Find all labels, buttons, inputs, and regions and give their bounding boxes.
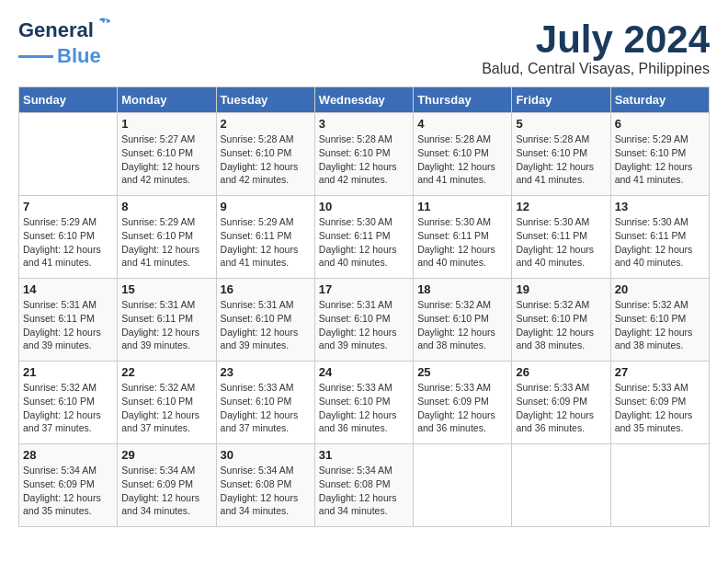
calendar-week-row: 14Sunrise: 5:31 AM Sunset: 6:11 PM Dayli… [19, 279, 710, 362]
day-number: 28 [23, 448, 113, 462]
day-info: Sunrise: 5:29 AM Sunset: 6:10 PM Dayligh… [23, 215, 113, 270]
calendar-cell: 6Sunrise: 5:29 AM Sunset: 6:10 PM Daylig… [610, 113, 709, 196]
calendar-cell [512, 444, 610, 527]
calendar-week-row: 7Sunrise: 5:29 AM Sunset: 6:10 PM Daylig… [19, 196, 710, 279]
day-info: Sunrise: 5:28 AM Sunset: 6:10 PM Dayligh… [319, 132, 409, 187]
day-number: 16 [221, 282, 311, 296]
day-number: 10 [319, 200, 409, 213]
calendar-cell: 13Sunrise: 5:30 AM Sunset: 6:11 PM Dayli… [610, 196, 709, 279]
calendar-cell: 3Sunrise: 5:28 AM Sunset: 6:10 PM Daylig… [314, 113, 413, 196]
weekday-header-monday: Monday [118, 87, 216, 113]
calendar-cell: 4Sunrise: 5:28 AM Sunset: 6:10 PM Daylig… [414, 113, 512, 196]
calendar-cell: 25Sunrise: 5:33 AM Sunset: 6:09 PM Dayli… [414, 362, 512, 444]
logo-line [18, 55, 53, 58]
weekday-header-saturday: Saturday [610, 87, 709, 113]
day-number: 24 [319, 365, 409, 379]
day-number: 8 [121, 200, 211, 213]
day-info: Sunrise: 5:29 AM Sunset: 6:11 PM Dayligh… [221, 215, 311, 270]
day-info: Sunrise: 5:28 AM Sunset: 6:10 PM Dayligh… [516, 132, 606, 187]
day-info: Sunrise: 5:34 AM Sunset: 6:09 PM Dayligh… [23, 464, 113, 518]
calendar-cell: 10Sunrise: 5:30 AM Sunset: 6:11 PM Dayli… [314, 196, 413, 279]
calendar-cell: 31Sunrise: 5:34 AM Sunset: 6:08 PM Dayli… [314, 444, 413, 527]
day-info: Sunrise: 5:28 AM Sunset: 6:10 PM Dayligh… [221, 132, 311, 187]
day-info: Sunrise: 5:32 AM Sunset: 6:10 PM Dayligh… [23, 381, 113, 435]
logo: General Blue [18, 18, 101, 68]
day-number: 19 [516, 282, 606, 296]
calendar-cell: 16Sunrise: 5:31 AM Sunset: 6:10 PM Dayli… [216, 279, 314, 362]
day-number: 21 [23, 365, 113, 379]
day-info: Sunrise: 5:27 AM Sunset: 6:10 PM Dayligh… [121, 132, 211, 187]
day-info: Sunrise: 5:32 AM Sunset: 6:10 PM Dayligh… [516, 298, 606, 352]
day-number: 20 [615, 282, 705, 296]
calendar-cell: 15Sunrise: 5:31 AM Sunset: 6:11 PM Dayli… [118, 279, 216, 362]
page-header: General Blue July 2024 Balud, Central Vi… [18, 18, 710, 77]
calendar-cell [414, 444, 512, 527]
day-info: Sunrise: 5:30 AM Sunset: 6:11 PM Dayligh… [417, 215, 507, 270]
day-info: Sunrise: 5:32 AM Sunset: 6:10 PM Dayligh… [417, 298, 507, 352]
calendar-cell: 17Sunrise: 5:31 AM Sunset: 6:10 PM Dayli… [314, 279, 413, 362]
day-info: Sunrise: 5:33 AM Sunset: 6:10 PM Dayligh… [319, 381, 409, 435]
day-number: 22 [121, 365, 211, 379]
calendar-week-row: 28Sunrise: 5:34 AM Sunset: 6:09 PM Dayli… [19, 444, 710, 527]
calendar-cell: 27Sunrise: 5:33 AM Sunset: 6:09 PM Dayli… [610, 362, 709, 444]
day-info: Sunrise: 5:30 AM Sunset: 6:11 PM Dayligh… [516, 215, 606, 270]
day-number: 26 [516, 365, 606, 379]
day-info: Sunrise: 5:33 AM Sunset: 6:09 PM Dayligh… [417, 381, 507, 435]
day-number: 9 [221, 200, 311, 213]
weekday-header-friday: Friday [512, 87, 610, 113]
location-title: Balud, Central Visayas, Philippines [482, 61, 710, 77]
logo-general: General [18, 18, 94, 41]
calendar-cell: 9Sunrise: 5:29 AM Sunset: 6:11 PM Daylig… [216, 196, 314, 279]
day-number: 6 [615, 117, 705, 131]
day-number: 25 [417, 365, 507, 379]
calendar-week-row: 1Sunrise: 5:27 AM Sunset: 6:10 PM Daylig… [19, 113, 710, 196]
day-info: Sunrise: 5:30 AM Sunset: 6:11 PM Dayligh… [319, 215, 409, 270]
day-number: 23 [221, 365, 311, 379]
day-info: Sunrise: 5:31 AM Sunset: 6:11 PM Dayligh… [23, 298, 113, 352]
day-info: Sunrise: 5:31 AM Sunset: 6:10 PM Dayligh… [319, 298, 409, 352]
day-number: 14 [23, 282, 113, 296]
day-number: 31 [319, 448, 409, 462]
calendar-cell: 14Sunrise: 5:31 AM Sunset: 6:11 PM Dayli… [19, 279, 118, 362]
day-info: Sunrise: 5:32 AM Sunset: 6:10 PM Dayligh… [615, 298, 705, 352]
calendar-cell: 24Sunrise: 5:33 AM Sunset: 6:10 PM Dayli… [314, 362, 413, 444]
logo-bird-icon [94, 15, 114, 35]
day-info: Sunrise: 5:34 AM Sunset: 6:08 PM Dayligh… [319, 464, 409, 518]
day-number: 15 [121, 282, 211, 296]
calendar-cell: 12Sunrise: 5:30 AM Sunset: 6:11 PM Dayli… [512, 196, 610, 279]
calendar-cell: 30Sunrise: 5:34 AM Sunset: 6:08 PM Dayli… [216, 444, 314, 527]
day-number: 29 [121, 448, 211, 462]
calendar-cell: 8Sunrise: 5:29 AM Sunset: 6:10 PM Daylig… [118, 196, 216, 279]
day-info: Sunrise: 5:33 AM Sunset: 6:10 PM Dayligh… [221, 381, 311, 435]
day-number: 11 [417, 200, 507, 213]
day-info: Sunrise: 5:31 AM Sunset: 6:10 PM Dayligh… [221, 298, 311, 352]
calendar-cell: 18Sunrise: 5:32 AM Sunset: 6:10 PM Dayli… [414, 279, 512, 362]
calendar-cell: 7Sunrise: 5:29 AM Sunset: 6:10 PM Daylig… [19, 196, 118, 279]
weekday-header-thursday: Thursday [414, 87, 512, 113]
calendar-cell: 19Sunrise: 5:32 AM Sunset: 6:10 PM Dayli… [512, 279, 610, 362]
calendar-cell: 28Sunrise: 5:34 AM Sunset: 6:09 PM Dayli… [19, 444, 118, 527]
calendar-cell [610, 444, 709, 527]
title-section: July 2024 Balud, Central Visayas, Philip… [482, 18, 710, 77]
calendar-header-row: SundayMondayTuesdayWednesdayThursdayFrid… [19, 87, 710, 113]
day-number: 18 [417, 282, 507, 296]
day-info: Sunrise: 5:31 AM Sunset: 6:11 PM Dayligh… [121, 298, 211, 352]
day-info: Sunrise: 5:28 AM Sunset: 6:10 PM Dayligh… [417, 132, 507, 187]
day-info: Sunrise: 5:30 AM Sunset: 6:11 PM Dayligh… [615, 215, 705, 270]
day-info: Sunrise: 5:32 AM Sunset: 6:10 PM Dayligh… [121, 381, 211, 435]
day-number: 12 [516, 200, 606, 213]
calendar-cell: 1Sunrise: 5:27 AM Sunset: 6:10 PM Daylig… [118, 113, 216, 196]
day-info: Sunrise: 5:33 AM Sunset: 6:09 PM Dayligh… [615, 381, 705, 435]
calendar-cell: 22Sunrise: 5:32 AM Sunset: 6:10 PM Dayli… [118, 362, 216, 444]
day-number: 4 [417, 117, 507, 131]
calendar-cell: 11Sunrise: 5:30 AM Sunset: 6:11 PM Dayli… [414, 196, 512, 279]
day-number: 27 [615, 365, 705, 379]
calendar-cell: 5Sunrise: 5:28 AM Sunset: 6:10 PM Daylig… [512, 113, 610, 196]
day-info: Sunrise: 5:29 AM Sunset: 6:10 PM Dayligh… [615, 132, 705, 187]
day-info: Sunrise: 5:33 AM Sunset: 6:09 PM Dayligh… [516, 381, 606, 435]
calendar-cell: 20Sunrise: 5:32 AM Sunset: 6:10 PM Dayli… [610, 279, 709, 362]
day-info: Sunrise: 5:34 AM Sunset: 6:08 PM Dayligh… [221, 464, 311, 518]
day-number: 7 [23, 200, 113, 213]
day-number: 5 [516, 117, 606, 131]
day-number: 3 [319, 117, 409, 131]
